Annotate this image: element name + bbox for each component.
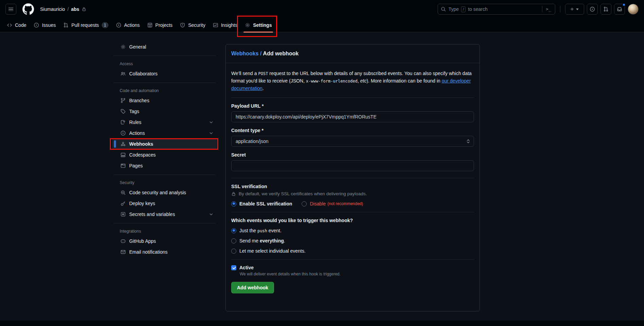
sidebar-section-access: Access (112, 59, 217, 68)
sidebar-item-label: Email notifications (129, 249, 168, 255)
payload-url-label: Payload URL * (231, 103, 474, 109)
radio-just-push[interactable] (231, 228, 236, 233)
hamburger-icon (9, 7, 13, 11)
webhooks-breadcrumb-link[interactable]: Webhooks / (231, 51, 262, 56)
tab-security[interactable]: Security (177, 20, 208, 30)
sidebar-item-github-apps[interactable]: GitHub Apps (112, 236, 217, 247)
sidebar-item-branches[interactable]: Branches (112, 95, 217, 106)
ssl-verification-heading: SSL verification (231, 184, 474, 189)
panel-divider (231, 259, 474, 259)
sidebar-section-integrations: Integrations (112, 227, 217, 236)
tab-actions[interactable]: Actions (113, 20, 142, 30)
ssl-disable-option[interactable]: Disable (not recommended) (302, 201, 363, 206)
sidebar-divider (114, 223, 216, 223)
radio-everything[interactable] (231, 238, 236, 243)
event-option-everything[interactable]: Send me everything. (231, 238, 474, 243)
sidebar-item-actions[interactable]: Actions (112, 128, 217, 139)
search-placeholder-pre: Type (448, 6, 459, 12)
sidebar-item-codespaces[interactable]: Codespaces (112, 149, 217, 160)
event-option-push[interactable]: Just the push event. (231, 228, 474, 233)
search-placeholder-post: to search (468, 6, 488, 12)
unread-notification-dot (622, 3, 626, 6)
sidebar-section-code-automation: Code and automation (112, 86, 217, 95)
page-footer (0, 321, 644, 326)
radio-enable-ssl[interactable] (231, 201, 236, 206)
breadcrumb: Siumauricio / abs (40, 6, 86, 12)
sidebar-item-code-security[interactable]: Code security and analysis (112, 187, 217, 198)
sidebar-item-collaborators[interactable]: Collaborators (112, 68, 217, 79)
people-icon (120, 71, 126, 76)
sidebar-item-label: Actions (129, 130, 145, 136)
sidebar-item-tags[interactable]: Tags (112, 106, 217, 117)
sidebar-item-secrets-variables[interactable]: Secrets and variables (112, 209, 217, 220)
sidebar-item-label: Code security and analysis (129, 190, 186, 195)
add-webhook-button[interactable]: Add webhook (231, 282, 274, 293)
sidebar-divider (114, 175, 216, 175)
sidebar-divider (114, 83, 216, 83)
tab-label: Projects (155, 22, 173, 28)
disable-ssl-note: (not recommended) (327, 201, 363, 206)
payload-url-input[interactable] (231, 111, 474, 122)
tab-insights[interactable]: Insights (210, 20, 240, 30)
payload-url-field: Payload URL * (231, 103, 474, 122)
add-webhook-panel: Webhooks / Add webhook We'll send a POST… (225, 44, 480, 311)
github-logo-icon[interactable] (22, 3, 34, 15)
hamburger-menu-button[interactable] (5, 4, 16, 15)
gear-icon (120, 44, 126, 50)
ssl-enable-option[interactable]: Enable SSL verification (231, 201, 292, 206)
code-icon (7, 22, 12, 28)
content-type-label: Content type * (231, 128, 474, 133)
search-icon (441, 6, 446, 12)
private-repo-lock-icon (82, 7, 86, 12)
breadcrumb-owner-link[interactable]: Siumauricio (40, 6, 65, 12)
panel-body: We'll send a POST request to the URL bel… (226, 63, 479, 299)
panel-header: Webhooks / Add webhook (226, 44, 479, 63)
sidebar-item-label: Codespaces (129, 152, 156, 158)
sidebar-item-rules[interactable]: Rules (112, 117, 217, 128)
tab-pull-requests[interactable]: Pull requests 1 (61, 20, 111, 30)
tab-issues[interactable]: Issues (31, 20, 58, 30)
webhook-icon (120, 141, 126, 147)
radio-disable-ssl[interactable] (302, 201, 307, 206)
sidebar-item-label: Tags (129, 109, 139, 114)
sidebar-item-label: Deploy keys (129, 201, 155, 206)
content-type-field: Content type * application/json (231, 128, 474, 147)
notifications-inbox-button[interactable] (614, 4, 625, 15)
webhook-description: We'll send a POST request to the URL bel… (231, 70, 474, 92)
repo-nav-tabs: Code Issues Pull requests 1 Actions Proj… (0, 18, 644, 32)
settings-sidebar: General Access Collaborators Code and au… (112, 41, 217, 257)
secret-input[interactable] (231, 160, 474, 171)
sidebar-item-label: Secrets and variables (129, 212, 175, 217)
tab-label: Code (15, 22, 26, 28)
sidebar-item-label: Collaborators (129, 71, 157, 76)
sidebar-item-email-notifications[interactable]: Email notifications (112, 247, 217, 257)
header-divider (560, 6, 560, 13)
command-palette-button[interactable]: >_ (545, 7, 552, 12)
app-header: Siumauricio / abs Type / to search (0, 0, 644, 32)
content-type-select[interactable]: application/json (231, 136, 474, 147)
radio-individual-events[interactable] (231, 249, 236, 254)
active-checkbox[interactable] (231, 265, 236, 270)
event-option-individual[interactable]: Let me select individual events. (231, 248, 474, 254)
issues-dashboard-button[interactable] (587, 4, 598, 15)
plus-icon: + (571, 6, 574, 12)
global-search-input[interactable]: Type / to search >_ (438, 4, 555, 15)
tab-projects[interactable]: Projects (145, 20, 175, 30)
tab-settings[interactable]: Settings (242, 20, 274, 30)
create-new-button[interactable]: + (565, 4, 584, 15)
sidebar-item-webhooks[interactable]: Webhooks (112, 139, 217, 149)
chevron-down-icon (209, 212, 214, 217)
sidebar-item-deploy-keys[interactable]: Deploy keys (112, 198, 217, 209)
active-checkbox-row[interactable]: Active (231, 265, 474, 270)
tab-code[interactable]: Code (4, 20, 29, 30)
active-label: Active (239, 265, 254, 270)
user-avatar[interactable] (628, 4, 639, 15)
sidebar-item-general[interactable]: General (112, 41, 217, 52)
gear-icon (245, 22, 250, 28)
graph-icon (213, 22, 218, 28)
event-option-individual-label: Let me select individual events. (239, 248, 306, 254)
sidebar-item-pages[interactable]: Pages (112, 160, 217, 171)
pull-requests-dashboard-button[interactable] (600, 4, 611, 15)
tab-label: Settings (253, 22, 272, 28)
breadcrumb-repo-link[interactable]: abs (71, 6, 79, 12)
